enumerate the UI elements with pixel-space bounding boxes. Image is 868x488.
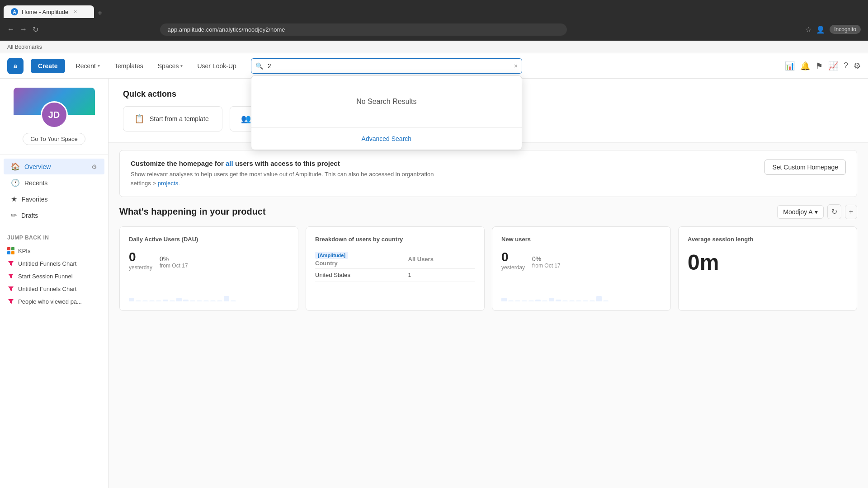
browser-address-bar: ← → ↻ ☆ 👤 Incognito — [0, 18, 868, 41]
jump-back-item-kpis[interactable]: KPIs — [7, 244, 101, 257]
bar — [515, 300, 520, 301]
settings-icon-btn[interactable]: ⚙ — [854, 61, 861, 71]
country-count: 1 — [408, 269, 475, 282]
new-users-values: 0 yesterday 0% from Oct 17 — [501, 250, 661, 271]
dau-label: yesterday — [129, 264, 152, 271]
bar — [136, 300, 141, 301]
sidebar-item-drafts[interactable]: ✏ Drafts — [4, 207, 104, 223]
top-nav: a Create Recent ▾ Templates Spaces ▾ Use… — [0, 53, 868, 79]
nav-templates-label: Templates — [114, 62, 143, 70]
sidebar-settings-icon[interactable]: ⚙ — [91, 163, 97, 170]
profile-btn[interactable]: 👤 — [816, 25, 825, 34]
nav-spaces[interactable]: Spaces ▾ — [154, 60, 187, 72]
sidebar-item-overview[interactable]: 🏠 Overview ⚙ — [4, 159, 104, 174]
refresh-btn[interactable]: ↻ — [33, 25, 38, 34]
new-tab-btn[interactable]: + — [98, 9, 103, 18]
bar — [549, 298, 554, 301]
flag-icon-btn[interactable]: ⚑ — [816, 61, 823, 71]
jump-back-people-label: People who viewed pa... — [18, 298, 82, 305]
tab-title: Home - Amplitude — [22, 9, 68, 15]
nav-templates[interactable]: Templates — [111, 60, 147, 72]
bookmarks-label: All Bookmarks — [7, 44, 42, 50]
new-users-bars — [501, 274, 661, 301]
bar — [190, 300, 195, 301]
project-selector-chevron: ▾ — [815, 208, 818, 216]
dau-bars — [129, 274, 289, 301]
go-to-space-button[interactable]: Go To Your Space — [23, 133, 85, 145]
graph-icon-btn[interactable]: 📈 — [828, 61, 838, 71]
jump-back-section: JUMP BACK IN KPIs Untitled Funnels Chart — [0, 227, 108, 311]
amplitude-logo-text: a — [14, 62, 17, 70]
app-container: a Create Recent ▾ Templates Spaces ▾ Use… — [0, 53, 868, 488]
add-button[interactable]: + — [845, 205, 857, 219]
bar — [176, 298, 182, 301]
advanced-search-link[interactable]: Advanced Search — [251, 128, 522, 150]
nav-userlookup-label: User Look-Up — [197, 62, 236, 70]
country-table: [Amplitude]Country All Users United Stat… — [315, 250, 475, 282]
quick-action-template[interactable]: 📋 Start from a template — [123, 106, 222, 131]
template-icon: 📋 — [134, 114, 144, 124]
help-icon-btn[interactable]: ? — [844, 61, 848, 70]
jump-back-kpis-label: KPIs — [18, 248, 30, 254]
project-selector[interactable]: Moodjoy A ▾ — [777, 205, 823, 219]
bar — [528, 300, 534, 301]
refresh-button[interactable]: ↻ — [827, 204, 841, 219]
jump-back-item-people[interactable]: People who viewed pa... — [7, 295, 101, 308]
project-selector-label: Moodjoy A — [783, 208, 812, 216]
jump-back-item-funnel2[interactable]: Untitled Funnels Chart — [7, 282, 101, 295]
customize-heading: Customize the homepage for all users wit… — [131, 160, 447, 167]
bar — [522, 300, 527, 301]
bar — [562, 300, 568, 301]
favorites-icon: ★ — [11, 195, 17, 203]
bar — [217, 300, 222, 301]
sidebar-item-favorites[interactable]: ★ Favorites — [4, 191, 104, 207]
dau-bar-chart — [129, 274, 289, 301]
kpis-icon — [7, 247, 14, 254]
sidebar-item-favorites-label: Favorites — [22, 196, 48, 203]
jump-back-item-funnel1[interactable]: Untitled Funnels Chart — [7, 257, 101, 270]
bar — [535, 300, 541, 301]
bar — [142, 300, 148, 301]
bell-icon-btn[interactable]: 🔔 — [800, 61, 810, 71]
bar — [603, 300, 609, 301]
bookmarks-bar: All Bookmarks — [0, 41, 868, 53]
nav-userlookup[interactable]: User Look-Up — [193, 60, 240, 72]
sidebar-item-drafts-label: Drafts — [21, 212, 38, 219]
amplitude-logo[interactable]: a — [7, 58, 24, 74]
customize-text: Customize the homepage for all users wit… — [131, 160, 447, 188]
forward-btn[interactable]: → — [20, 25, 27, 33]
bookmark-star-btn[interactable]: ☆ — [805, 25, 811, 34]
session-title: Average session length — [688, 236, 848, 243]
no-search-results: No Search Results — [251, 76, 522, 127]
browser-tab-active[interactable]: A Home - Amplitude × — [4, 5, 94, 18]
funnel-icon — [7, 260, 14, 267]
bar — [508, 300, 514, 301]
dau-pct: 0% — [160, 255, 188, 263]
jump-back-item-session-funnel[interactable]: Start Session Funnel — [7, 270, 101, 282]
new-users-bar-chart — [501, 274, 661, 301]
product-section: What's happening in your product Moodjoy… — [119, 204, 857, 311]
new-users-title: New users — [501, 236, 661, 243]
sidebar-user: JD Go To Your Space — [0, 79, 108, 155]
search-input[interactable] — [251, 58, 522, 74]
tab-close-btn[interactable]: × — [74, 9, 77, 15]
browser-chrome: A Home - Amplitude × + ← → ↻ ☆ 👤 Incogni… — [0, 0, 868, 41]
analytics-icon-btn[interactable]: 📊 — [785, 61, 795, 71]
nav-recent-chevron: ▾ — [98, 63, 100, 68]
dau-value: 0 — [129, 250, 152, 264]
sidebar-item-recents[interactable]: 🕐 Recents — [4, 175, 104, 191]
dau-from: from Oct 17 — [160, 263, 188, 269]
nav-recent[interactable]: Recent ▾ — [72, 60, 104, 72]
customize-banner: Customize the homepage for all users wit… — [119, 150, 857, 197]
address-bar-input[interactable] — [160, 23, 567, 36]
create-button[interactable]: Create — [31, 59, 65, 73]
projects-link[interactable]: projects. — [158, 180, 180, 187]
back-btn[interactable]: ← — [7, 25, 14, 33]
bar — [183, 300, 189, 301]
search-clear-btn[interactable]: × — [514, 62, 518, 70]
set-custom-homepage-button[interactable]: Set Custom Homepage — [764, 160, 846, 175]
country-title: Breakdown of users by country — [315, 236, 475, 243]
bar — [596, 296, 602, 301]
bar — [129, 298, 134, 301]
new-users-pct: 0% — [532, 255, 561, 263]
